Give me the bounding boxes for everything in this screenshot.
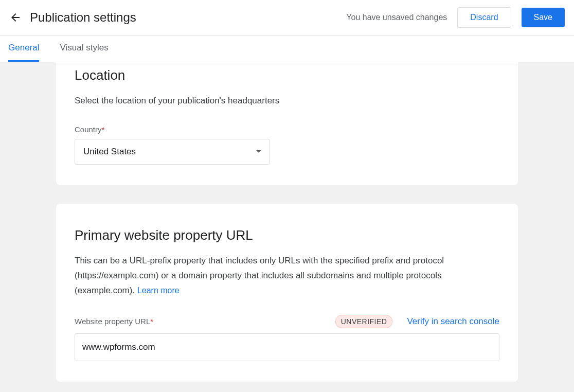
header-right: You have unsaved changes Discard Save <box>346 7 565 28</box>
page-title: Publication settings <box>30 10 136 25</box>
save-button[interactable]: Save <box>522 8 565 27</box>
location-title: Location <box>75 62 499 83</box>
url-label-text: Website property URL <box>75 317 150 326</box>
unverified-badge: UNVERIFIED <box>335 315 393 328</box>
country-label-text: Country <box>75 125 102 134</box>
website-title: Primary website property URL <box>75 222 499 243</box>
discard-button[interactable]: Discard <box>457 7 511 28</box>
country-selected-value: United States <box>83 147 136 157</box>
location-description: Select the location of your publication'… <box>75 94 499 109</box>
page-header: Publication settings You have unsaved ch… <box>0 0 574 35</box>
url-status-group: UNVERIFIED Verify in search console <box>335 315 499 328</box>
website-url-card: Primary website property URL This can be… <box>56 204 518 382</box>
content-area: Location Select the location of your pub… <box>0 62 574 392</box>
verify-search-console-link[interactable]: Verify in search console <box>407 316 499 327</box>
unsaved-changes-text: You have unsaved changes <box>346 13 447 22</box>
website-url-input[interactable] <box>75 333 499 361</box>
website-description: This can be a URL-prefix property that i… <box>75 254 499 298</box>
country-label: Country* <box>75 125 499 134</box>
url-label: Website property URL* <box>75 317 153 326</box>
tab-visual-styles[interactable]: Visual styles <box>60 35 108 62</box>
location-card: Location Select the location of your pub… <box>56 62 518 185</box>
required-asterisk: * <box>150 317 153 326</box>
tab-general[interactable]: General <box>8 35 39 62</box>
header-left: Publication settings <box>9 10 136 25</box>
country-select[interactable]: United States <box>75 139 270 165</box>
chevron-down-icon <box>256 150 261 153</box>
tabs-bar: General Visual styles <box>0 35 574 62</box>
learn-more-link[interactable]: Learn more <box>137 286 180 295</box>
required-asterisk: * <box>102 125 105 134</box>
back-arrow-icon[interactable] <box>9 11 22 24</box>
website-description-text: This can be a URL-prefix property that i… <box>75 256 444 295</box>
url-field-row: Website property URL* UNVERIFIED Verify … <box>75 315 499 328</box>
